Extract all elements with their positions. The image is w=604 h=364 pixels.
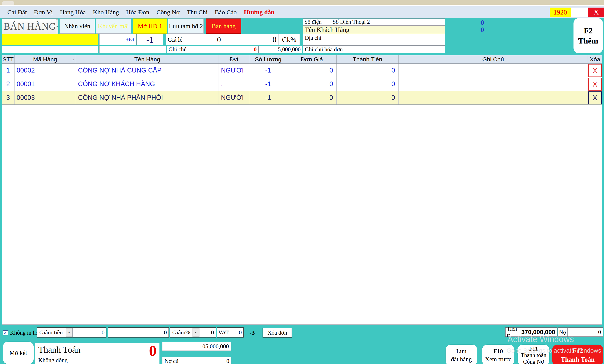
luu-line2: đặt hàng: [451, 355, 472, 363]
window-top-strip: [0, 5, 604, 6]
phone-label: Số điện thoại: [303, 19, 331, 25]
menu-item-bao-cao[interactable]: Báo Cáo: [211, 9, 240, 16]
resolution-badge: 1920: [550, 8, 571, 17]
search-input[interactable]: [2, 46, 98, 53]
table-row[interactable]: 1 00002 CÔNG NỢ NHÀ CUNG CẤP NGƯỜI -1 0 …: [2, 64, 602, 77]
paid-amount-field[interactable]: 105,000,000: [162, 342, 231, 351]
table-row[interactable]: 2 00001 CÔNG NỢ KHÁCH HÀNG . -1 0 0 X: [2, 77, 602, 91]
giam-tien-value[interactable]: 0: [72, 328, 106, 337]
delete-row-button[interactable]: X: [588, 78, 602, 91]
row-so-luong: -1: [249, 91, 287, 104]
address-field[interactable]: Địa chỉ: [303, 34, 445, 46]
row-so-luong: -1: [249, 77, 287, 91]
chevron-down-icon[interactable]: ▾: [192, 328, 199, 337]
col-ghi-chu[interactable]: Ghi Chú: [399, 55, 588, 63]
nhan-vien-button[interactable]: Nhân viên: [60, 19, 95, 34]
menu-item-cong-no[interactable]: Công Nợ: [153, 9, 183, 16]
no-label: Nợ: [558, 328, 568, 337]
f2-action-label: Thêm: [578, 36, 598, 46]
menu-item-hang-hoa[interactable]: Hàng Hóa: [56, 9, 89, 16]
ban-hang-button[interactable]: Bán hàng: [206, 19, 241, 34]
col-thanh-tien[interactable]: Thành Tiền: [337, 55, 399, 63]
row-ma-hang: 00001: [14, 77, 76, 91]
col-stt[interactable]: STT: [2, 55, 14, 63]
col-don-gia[interactable]: Đơn Giá: [287, 55, 337, 63]
phone2-field[interactable]: Số Điện Thoại 2: [331, 19, 370, 25]
window-controls: 1920 -- X: [550, 6, 604, 18]
close-button[interactable]: X: [588, 8, 604, 17]
thanh-toan-title: Thanh Toán: [38, 345, 80, 355]
ghi-chu-field[interactable]: Ghi chú 0: [167, 46, 259, 53]
checkbox-checked-icon[interactable]: ✓: [3, 330, 8, 335]
menu-item-don-vi[interactable]: Đơn Vị: [30, 9, 56, 16]
no-print-label: Không in hđ: [10, 329, 38, 336]
no-print-toggle[interactable]: ✓ Không in hđ: [3, 329, 38, 336]
table-header-row: STT Mã Hàng▵ Tên Hàng Đvt Số Lượng Đơn G…: [2, 55, 602, 64]
chevron-down-icon[interactable]: ▾: [66, 328, 72, 337]
menu-item-huong-dan[interactable]: Hướng dẫn: [240, 9, 278, 16]
tien-tt-group: Tiền tt 370,000,000: [505, 328, 557, 337]
dvt-value-box[interactable]: -1: [137, 34, 163, 45]
col-ma-hang-label: Mã Hàng: [33, 56, 57, 63]
f11-thanh-toan-cong-no-button[interactable]: F11 Thanh toán Công Nợ: [518, 345, 549, 364]
row-dvt: NGƯỜI: [219, 91, 249, 104]
items-table: STT Mã Hàng▵ Tên Hàng Đvt Số Lượng Đơn G…: [2, 55, 602, 325]
f10-xem-truoc-button[interactable]: F10 Xem trước: [482, 345, 514, 364]
row-ma-hang: 00002: [14, 64, 76, 77]
giam-tien-label: Giảm tiền: [37, 328, 63, 337]
col-ten-hang[interactable]: Tên Hàng: [76, 55, 219, 63]
luu-tam-hd-button[interactable]: Lưu tạm hđ 2: [168, 19, 204, 34]
xoa-don-button[interactable]: Xóa đơn: [263, 328, 292, 338]
tien-tt-value: 370,000,000: [521, 328, 557, 337]
customer-name-field[interactable]: Tên Khách Hàng: [303, 26, 445, 34]
mo-ket-label: Mở két: [10, 350, 27, 356]
row-ten-hang: CÔNG NỢ NHÀ CUNG CẤP: [76, 64, 219, 77]
col-dvt[interactable]: Đvt: [219, 55, 249, 63]
row-ten-hang: CÔNG NỢ KHÁCH HÀNG: [76, 77, 219, 91]
row-stt: 3: [2, 91, 14, 104]
mode-select[interactable]: BÁN HÀNG ▾: [2, 19, 58, 34]
barcode-input[interactable]: [2, 34, 98, 45]
row-thanh-tien: 0: [337, 91, 399, 104]
f11-line2: Thanh toán: [521, 352, 546, 359]
table-row-selected[interactable]: 3 00003 CÔNG NỢ NHÀ PHÂN PHỐI NGƯỜI -1 0…: [2, 91, 602, 105]
ghi-chu-amount: 5,000,000: [259, 46, 302, 53]
aux-input[interactable]: [99, 46, 166, 53]
row-ten-hang: CÔNG NỢ NHÀ PHÂN PHỐI: [76, 91, 219, 104]
giam-pct-group: Giảm% ▾ 0: [170, 328, 216, 338]
row-thanh-tien: 0: [337, 77, 399, 91]
extra-amount-field[interactable]: 0: [223, 34, 279, 45]
menu-item-kho-hang[interactable]: Kho Hàng: [89, 9, 122, 16]
mo-ket-button[interactable]: Mở két: [3, 342, 34, 364]
invoice-note-field[interactable]: Ghi chú hóa đơn: [303, 46, 445, 53]
f12-thanh-toan-button[interactable]: F12 Thanh Toán: [552, 345, 603, 364]
col-so-luong[interactable]: Số Lượng: [249, 55, 287, 63]
menu-item-cai-dat[interactable]: Cài Đặt: [4, 9, 30, 16]
col-xoa[interactable]: Xóa: [588, 55, 602, 63]
gia-le-value[interactable]: 0: [191, 34, 223, 45]
row-stt: 1: [2, 64, 14, 77]
taskbar-tab[interactable]: [2, 1, 14, 5]
phone-fields[interactable]: Số điện thoại Số Điện Thoại 2: [303, 19, 445, 26]
vat-value[interactable]: 0: [229, 328, 243, 337]
chevron-down-icon[interactable]: ▾: [56, 19, 58, 33]
ghi-chu-red-value: 0: [254, 46, 257, 53]
discount-amount-field[interactable]: 0: [108, 328, 169, 338]
row-ma-hang: 00003: [14, 91, 76, 104]
luu-dat-hang-button[interactable]: Lưu đặt hàng: [446, 345, 477, 364]
row-ghi-chu: [399, 91, 588, 104]
minimize-button[interactable]: --: [571, 8, 588, 17]
no-cu-value: 0: [190, 357, 231, 364]
col-ma-hang[interactable]: Mã Hàng▵: [14, 55, 76, 63]
menu-item-thu-chi[interactable]: Thu Chi: [183, 9, 211, 16]
row-ghi-chu: [399, 77, 588, 91]
giam-pct-value[interactable]: 0: [199, 328, 216, 337]
menu-bar: Cài Đặt Đơn Vị Hàng Hóa Kho Hàng Hóa Đơn…: [0, 6, 604, 18]
menu-item-hoa-don[interactable]: Hóa Đơn: [123, 9, 153, 16]
khuyen-mai-button[interactable]: Khuyến mãi: [96, 19, 131, 34]
mo-hd-button[interactable]: Mở HĐ 1: [133, 19, 167, 34]
delete-row-button[interactable]: X: [588, 91, 602, 104]
f2-them-button[interactable]: F2 Thêm: [574, 18, 603, 53]
delete-row-button[interactable]: X: [588, 64, 602, 77]
row-stt: 2: [2, 77, 14, 91]
